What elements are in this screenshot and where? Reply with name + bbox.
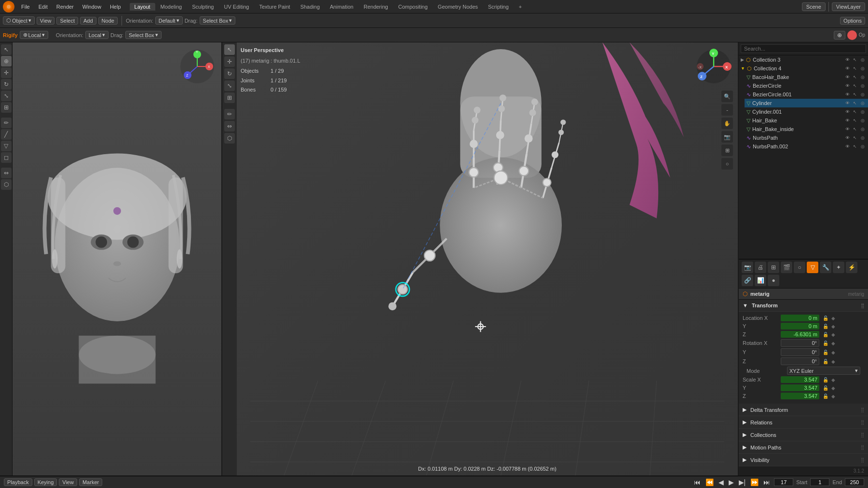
relations-drag[interactable]: ⣿ (861, 420, 864, 425)
outliner-item-beziercircle001[interactable]: ∿ BezierCircle.001 👁 ↖ ◎ (745, 90, 868, 99)
coll4-eye[interactable]: 👁 (844, 65, 851, 72)
prop-material-icon[interactable]: ● (768, 275, 779, 286)
viewport-rotate-tool[interactable]: ↻ (224, 68, 235, 79)
outliner-item-nurbspath[interactable]: ∿ NurbsPath 👁 ↖ ◎ (745, 133, 868, 142)
menu-window[interactable]: Window (79, 3, 105, 11)
tab-compositing[interactable]: Compositing (393, 3, 433, 11)
tab-geometry-nodes[interactable]: Geometry Nodes (433, 3, 483, 11)
loc-y-key[interactable]: ◆ (830, 324, 837, 329)
viewport-move-tool[interactable]: ✛ (224, 56, 235, 67)
select-tool[interactable]: ↖ (1, 44, 12, 55)
outliner-item-collection3[interactable]: ▶ ⬡ Collection 3 👁 ↖ ◎ (739, 55, 868, 64)
hb-select[interactable]: ↖ (852, 117, 858, 124)
transform-icons[interactable]: ⊕ (834, 31, 845, 40)
viewport-center[interactable]: User Perspective (17) metarig : thumb.01… (237, 42, 738, 475)
viewport-annotate[interactable]: ✏ (224, 109, 235, 119)
options-button[interactable]: Options (840, 17, 865, 25)
rigify-orientation-selector[interactable]: Local ▾ (85, 31, 108, 39)
np002-select[interactable]: ↖ (852, 143, 858, 150)
bc001-select[interactable]: ↖ (852, 91, 858, 98)
scale-tool[interactable]: ⤡ (1, 91, 12, 101)
rigify-select-box[interactable]: Select Box ▾ (125, 31, 162, 39)
prop-view-layer-icon[interactable]: ⊞ (768, 262, 779, 273)
location-z-field[interactable]: -6.6301 m (781, 331, 819, 338)
outliner-search-input[interactable] (741, 44, 866, 53)
menu-file[interactable]: File (17, 3, 34, 11)
visibility-collapse[interactable]: ▶ Visibility ⣿ (739, 454, 868, 466)
collections-prop-collapse[interactable]: ▶ Collections ⣿ (739, 429, 868, 441)
orientation-selector[interactable]: Default ▾ (155, 16, 183, 25)
local-orientation[interactable]: ⊕ Local ▾ (20, 31, 48, 39)
camera-btn[interactable]: 📷 (721, 131, 733, 143)
prop-data-icon[interactable]: 📊 (755, 275, 766, 286)
add-button[interactable]: Add (80, 17, 96, 25)
transform-drag[interactable]: ⣿ (861, 303, 864, 308)
motion-paths-drag[interactable]: ⣿ (861, 445, 864, 450)
marker-btn[interactable]: Marker (79, 478, 102, 486)
tab-add[interactable]: + (514, 3, 527, 11)
zoom-out-btn[interactable]: - (721, 104, 733, 116)
rot-x-key[interactable]: ◆ (830, 341, 837, 346)
scene-selector[interactable]: Scene (802, 2, 826, 11)
scale-y-key[interactable]: ◆ (830, 385, 837, 391)
hbi-eye[interactable]: 👁 (844, 126, 851, 132)
scale-z-key[interactable]: ◆ (830, 394, 837, 399)
rot-z-key[interactable]: ◆ (830, 359, 837, 364)
select-box-button[interactable]: Select Box ▾ (200, 16, 236, 25)
select-button[interactable]: Select (56, 17, 78, 25)
location-x-field[interactable]: 0 m (781, 315, 819, 321)
scale-x-lock[interactable]: 🔓 (822, 377, 829, 382)
hb-eye[interactable]: 👁 (844, 117, 851, 124)
move-tool[interactable]: ✛ (1, 67, 12, 78)
viewport-scale-tool[interactable]: ⤡ (224, 80, 235, 91)
loc-y-lock[interactable]: 🔓 (822, 324, 829, 329)
end-frame-display[interactable]: 250 (845, 478, 864, 486)
scale-y-field[interactable]: 3.547 (781, 384, 819, 391)
bc-eye[interactable]: 👁 (844, 82, 851, 89)
prev-keyframe-btn[interactable]: ◀ (718, 478, 725, 486)
location-y-field[interactable]: 0 m (781, 323, 819, 330)
coll3-select[interactable]: ↖ (852, 56, 858, 63)
start-frame-display[interactable]: 1 (810, 478, 829, 486)
tab-sculpting[interactable]: Sculpting (187, 3, 218, 11)
tab-shading[interactable]: Shading (296, 3, 325, 11)
annotate-poly[interactable]: ▽ (1, 141, 12, 151)
next-frame-btn[interactable]: ⏩ (749, 478, 760, 486)
collections-prop-drag[interactable]: ⣿ (861, 432, 864, 437)
viewport-measure[interactable]: ⇔ (224, 121, 235, 132)
viewlayer-selector[interactable]: ViewLayer (832, 2, 865, 11)
hbi-render[interactable]: ◎ (859, 126, 866, 132)
rot-z-lock[interactable]: 🔓 (822, 359, 829, 364)
keying-btn[interactable]: Keying (34, 478, 57, 486)
mode-dropdown[interactable]: XYZ Euler ▾ (787, 367, 860, 375)
tab-rendering[interactable]: Rendering (359, 3, 393, 11)
np-eye[interactable]: 👁 (844, 134, 851, 141)
tab-modeling[interactable]: Modeling (156, 3, 187, 11)
coll4-render[interactable]: ◎ (859, 65, 866, 72)
relations-collapse[interactable]: ▶ Relations ⣿ (739, 416, 868, 429)
loc-z-lock[interactable]: 🔓 (822, 332, 829, 337)
rot-x-lock[interactable]: 🔓 (822, 341, 829, 346)
scale-y-lock[interactable]: 🔓 (822, 385, 829, 391)
scale-x-field[interactable]: 3.547 (781, 376, 819, 383)
zoom-in-btn[interactable]: 🔍 (721, 91, 733, 102)
prop-modifier-icon[interactable]: 🔧 (820, 262, 831, 273)
prop-constraints-icon[interactable]: 🔗 (742, 275, 753, 286)
cyl001-select[interactable]: ↖ (852, 108, 858, 115)
hb-render[interactable]: ◎ (859, 117, 866, 124)
view-tl-btn[interactable]: View (59, 478, 77, 486)
menu-help[interactable]: Help (106, 3, 125, 11)
rot-y-key[interactable]: ◆ (830, 350, 837, 355)
np002-eye[interactable]: 👁 (844, 143, 851, 150)
viewport-transform-tool[interactable]: ⊞ (224, 92, 235, 103)
prop-render-icon[interactable]: 📷 (742, 262, 753, 273)
rot-y-lock[interactable]: 🔓 (822, 350, 829, 355)
hand-btn[interactable]: ✋ (721, 118, 733, 129)
loc-x-lock[interactable]: 🔓 (822, 316, 829, 321)
next-keyframe-btn[interactable]: ▶| (738, 478, 747, 486)
outliner-item-collection4[interactable]: ▼ ⬡ Collection 4 👁 ↖ ◎ (739, 64, 868, 73)
coll3-render[interactable]: ◎ (859, 56, 866, 63)
outliner-item-beziercircle[interactable]: ∿ BezierCircle 👁 ↖ ◎ (745, 81, 868, 90)
coll3-eye[interactable]: 👁 (844, 56, 851, 63)
skip-start-btn[interactable]: ⏮ (693, 478, 702, 486)
